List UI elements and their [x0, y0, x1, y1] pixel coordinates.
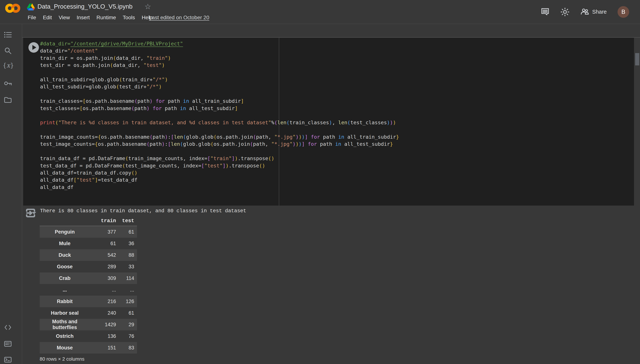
- last-edited-link[interactable]: Last edited on October 20: [149, 14, 209, 20]
- colab-logo-icon: [5, 2, 20, 14]
- menu-item-view[interactable]: View: [59, 14, 70, 20]
- menu-item-file[interactable]: File: [28, 14, 36, 20]
- cell-train: 240: [90, 307, 116, 319]
- code-line: data_dir="/content": [40, 47, 399, 54]
- dataframe-table: train test Penguin37761Mule6136Duck54288…: [40, 216, 137, 354]
- code-line: train_data_df = pd.DataFrame(train_image…: [40, 155, 399, 162]
- avatar[interactable]: B: [617, 6, 629, 18]
- menu-item-runtime[interactable]: Runtime: [97, 14, 116, 20]
- code-line: [40, 90, 399, 98]
- code-line: train_image_counts={os.path.basename(pat…: [40, 134, 399, 140]
- row-label: ...: [40, 284, 90, 296]
- folder-icon: [4, 96, 12, 104]
- notebook-toolbar: + Code + Text Connect GPU Gemini: [0, 24, 640, 37]
- cell-train: 1429: [90, 319, 116, 330]
- cell-test: 83: [116, 342, 137, 354]
- key-icon: [4, 79, 12, 88]
- table-row: Rabbit216126: [40, 296, 137, 307]
- drive-icon: [27, 3, 35, 10]
- notebook-title[interactable]: Data_Processing_YOLO_V5.ipynb: [38, 3, 132, 10]
- cell-output-area: There is 80 classes in train dataset, an…: [22, 206, 640, 364]
- code-line: all_data_df["test"]=test_data_df: [40, 176, 399, 184]
- code-line: test_classes=[os.path.basename(path) for…: [40, 105, 399, 112]
- cell-train: 289: [90, 261, 116, 272]
- sidebar-item-files[interactable]: [4, 96, 12, 104]
- command-palette-icon: [4, 340, 12, 348]
- sidebar-item-variables[interactable]: {x}: [3, 62, 11, 70]
- row-label: Mule: [40, 238, 90, 249]
- sidebar-item-command-palette[interactable]: [4, 340, 12, 348]
- row-label: Penguin: [40, 226, 90, 238]
- row-label: Goose: [40, 261, 90, 272]
- table-row: Crab309114: [40, 272, 137, 284]
- table-row: Ostrich13676: [40, 330, 137, 342]
- cell-train: 542: [90, 249, 116, 261]
- row-label: Crab: [40, 272, 90, 284]
- star-icon[interactable]: ☆: [144, 2, 151, 11]
- menu-bar: FileEditViewInsertRuntimeToolsHelp: [28, 14, 152, 20]
- row-label: Moths and butterflies: [40, 319, 90, 330]
- comment-history-icon[interactable]: [541, 8, 550, 16]
- sidebar-item-find-replace[interactable]: [4, 46, 12, 55]
- cell-train: 309: [90, 272, 116, 284]
- search-icon: [4, 46, 12, 55]
- cell-test: 76: [116, 330, 137, 342]
- cell-test: ...: [116, 284, 137, 296]
- code-line: train_dir = os.path.join(data_dir, "trai…: [40, 54, 399, 62]
- share-button[interactable]: Share: [580, 8, 607, 16]
- output-options-icon[interactable]: [26, 208, 37, 218]
- cell-test: 114: [116, 272, 137, 284]
- menu-item-edit[interactable]: Edit: [43, 14, 52, 20]
- table-header-row: train test: [40, 216, 137, 226]
- code-line: print("There is %d classes in train data…: [40, 119, 399, 126]
- table-of-contents-icon: [4, 31, 12, 39]
- table-row: Goose28933: [40, 261, 137, 272]
- table-footer: 80 rows × 2 columns: [40, 356, 84, 362]
- code-line: all_data_df=train_data_df.copy(): [40, 169, 399, 176]
- terminal-icon: [4, 356, 12, 364]
- sidebar-item-code-snippets[interactable]: [4, 323, 12, 332]
- cell-train: 151: [90, 342, 116, 354]
- cell-train: 216: [90, 296, 116, 307]
- row-label: Harbor seal: [40, 307, 90, 319]
- sidebar: {x}: [0, 24, 22, 364]
- table-row: Moths and butterflies142929: [40, 319, 137, 330]
- code-line: test_dir = os.path.join(data_dir, "test"…: [40, 62, 399, 69]
- menu-item-tools[interactable]: Tools: [123, 14, 135, 20]
- cell-train: 136: [90, 330, 116, 342]
- sidebar-item-table-of-contents[interactable]: [4, 31, 12, 39]
- cell-train: 61: [90, 238, 116, 249]
- row-label: Ostrich: [40, 330, 90, 342]
- share-people-icon: [580, 8, 589, 16]
- sidebar-item-terminal[interactable]: [4, 356, 12, 364]
- cell-train: ...: [90, 284, 116, 296]
- row-label: Mouse: [40, 342, 90, 354]
- code-cell[interactable]: #data_dir="/content/gdrive/MyDrive/PBLVP…: [23, 38, 634, 206]
- code-line: [40, 112, 399, 119]
- row-label: Duck: [40, 249, 90, 261]
- cell-test: 126: [116, 296, 137, 307]
- dataframe-body: Penguin37761Mule6136Duck54288Goose28933C…: [40, 226, 137, 354]
- menu-item-insert[interactable]: Insert: [77, 14, 90, 20]
- cell-test: 61: [116, 226, 137, 238]
- cell-train: 377: [90, 226, 116, 238]
- code-brackets-icon: [4, 323, 12, 332]
- table-row: Mouse15183: [40, 342, 137, 354]
- code-line: [40, 126, 399, 134]
- code-line: [40, 148, 399, 155]
- code-line: all_data_df: [40, 184, 399, 191]
- settings-gear-icon[interactable]: [560, 8, 569, 16]
- table-row: Harbor seal24061: [40, 307, 137, 319]
- cell-test: 33: [116, 261, 137, 272]
- index-header: [40, 216, 90, 226]
- column-header-train: train: [90, 216, 116, 226]
- cell-test: 29: [116, 319, 137, 330]
- run-cell-button[interactable]: [29, 42, 39, 53]
- sidebar-item-secrets[interactable]: [4, 79, 12, 88]
- scrollbar-thumb[interactable]: [635, 53, 639, 66]
- code-editor[interactable]: #data_dir="/content/gdrive/MyDrive/PBLVP…: [40, 40, 399, 191]
- code-line: test_data_df = pd.DataFrame(test_image_c…: [40, 162, 399, 169]
- column-header-test: test: [116, 216, 137, 226]
- code-line: [40, 69, 399, 76]
- table-row: Duck54288: [40, 249, 137, 261]
